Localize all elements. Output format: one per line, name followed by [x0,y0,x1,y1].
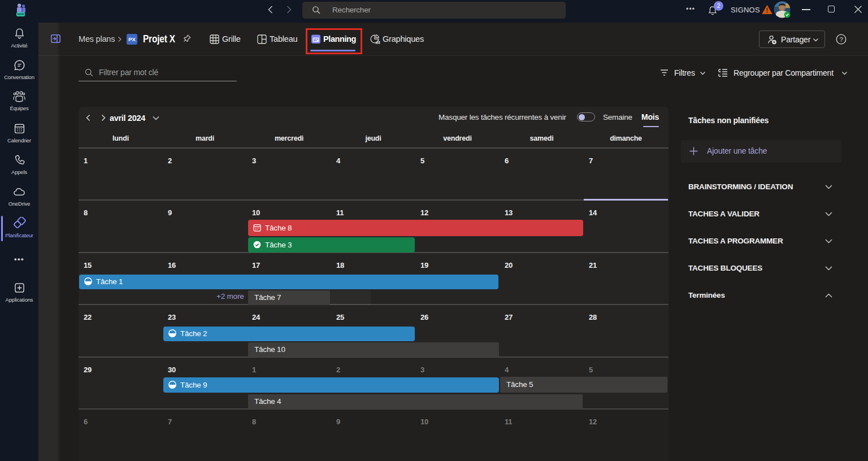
svg-text:?: ? [839,36,843,43]
svg-text:NEW: NEW [18,12,24,16]
